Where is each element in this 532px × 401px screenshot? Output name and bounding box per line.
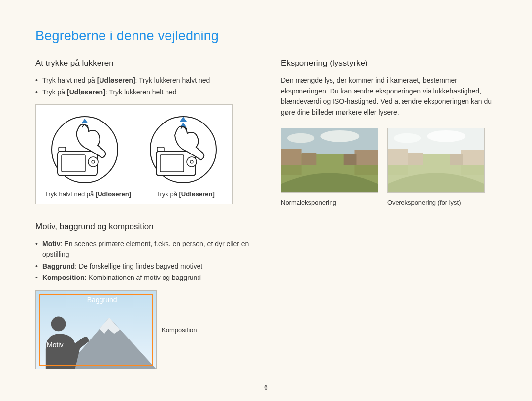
shutter-bullets: Tryk halvt ned på [Udløseren]: Tryk lukk…: [35, 75, 251, 97]
svg-rect-3: [62, 155, 85, 172]
text: Tryk på: [42, 88, 67, 96]
exposure-heading: Eksponering (lysstyrke): [281, 59, 497, 68]
photo-normal-icon: [281, 128, 378, 193]
photo-overexposed-icon: [387, 128, 485, 193]
label-komposition: Komposition: [162, 326, 197, 334]
composition-figure: Baggrund Motiv Komposition: [35, 290, 251, 369]
bold: Motiv: [42, 240, 61, 247]
text: Tryk halvt ned på: [45, 190, 96, 198]
shutter-heading: At trykke på lukkeren: [35, 59, 251, 68]
bullet-item: Motiv: En scenes primære element, f.eks.…: [35, 239, 251, 260]
label-motiv: Motiv: [47, 341, 63, 349]
svg-rect-26: [281, 165, 302, 175]
shutter-full-press-icon: [146, 113, 220, 186]
caption-over: Overeksponering (for lyst): [387, 199, 485, 206]
shutter-figure: Tryk halvt ned på [Udløseren] Tryk på [U…: [35, 104, 233, 204]
svg-rect-25: [344, 154, 357, 165]
svg-rect-37: [461, 165, 484, 175]
svg-rect-36: [388, 165, 408, 175]
label-baggrund: Baggrund: [87, 296, 117, 304]
svg-rect-14: [157, 147, 164, 151]
bullet-item: Tryk halvt ned på [Udløseren]: Tryk lukk…: [35, 75, 251, 86]
composition-bullets: Motiv: En scenes primære element, f.eks.…: [35, 239, 251, 283]
exposure-paragraph: Den mængde lys, der kommer ind i kamerae…: [281, 75, 497, 118]
exposure-over: Overeksponering (for lyst): [387, 128, 485, 206]
bold: Baggrund: [42, 262, 75, 270]
composition-heading: Motiv, baggrund og komposition: [35, 222, 251, 232]
svg-point-30: [394, 133, 421, 143]
text: : Tryk lukkeren helt ned: [105, 88, 177, 96]
text: : De forskellige ting findes bagved moti…: [75, 262, 202, 270]
svg-point-21: [320, 130, 359, 142]
right-column: Eksponering (lysstyrke) Den mængde lys, …: [281, 59, 497, 369]
text: : Kombinationen af motiv og baggrund: [85, 274, 201, 281]
svg-rect-22: [281, 149, 302, 165]
caption-full: Tryk på [Udløseren]: [156, 190, 215, 198]
svg-rect-24: [354, 150, 378, 165]
svg-rect-32: [388, 149, 408, 165]
exposure-examples: Normaleksponering Overeksponering (for: [281, 128, 497, 206]
svg-rect-34: [461, 150, 484, 165]
svg-rect-11: [160, 155, 184, 172]
page-number: 6: [264, 383, 268, 391]
left-column: At trykke på lukkeren Tryk halvt ned på …: [35, 59, 251, 369]
exposure-normal: Normaleksponering: [281, 128, 378, 206]
bold: [Udløseren]: [179, 190, 214, 198]
svg-point-17: [51, 317, 66, 332]
svg-point-20: [287, 133, 314, 143]
svg-rect-23: [302, 153, 317, 165]
bold: [Udløseren]: [96, 190, 131, 198]
svg-rect-33: [408, 153, 423, 165]
text: : Tryk lukkeren halvt ned: [135, 76, 210, 84]
bullet-item: Tryk på [Udløseren]: Tryk lukkeren helt …: [35, 87, 251, 98]
caption-half: Tryk halvt ned på [Udløseren]: [45, 190, 147, 198]
svg-point-5: [92, 160, 95, 163]
text: Tryk halvt ned på: [42, 76, 97, 84]
bullet-item: Komposition: Kombinationen af motiv og b…: [35, 273, 251, 283]
page-title: Begreberne i denne vejledning: [35, 29, 497, 44]
svg-point-31: [427, 130, 466, 142]
leader-line-icon: [146, 330, 161, 330]
bullet-item: Baggrund: De forskellige ting findes bag…: [35, 261, 251, 272]
caption-normal: Normaleksponering: [281, 199, 378, 206]
text: : En scenes primære element, f.eks. en p…: [42, 240, 249, 258]
text: Tryk på: [156, 190, 179, 198]
bold: Komposition: [42, 274, 85, 281]
svg-rect-35: [450, 154, 463, 165]
bold: [Udløseren]: [97, 76, 135, 84]
bold: [Udløseren]: [67, 88, 105, 96]
svg-rect-27: [354, 165, 378, 175]
svg-rect-6: [59, 147, 66, 151]
shutter-half-press-icon: [48, 113, 122, 186]
svg-point-13: [190, 160, 193, 163]
